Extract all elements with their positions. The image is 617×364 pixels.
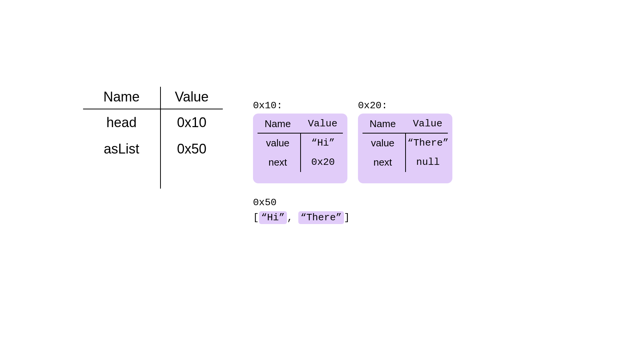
array-address: 0x50 bbox=[253, 197, 350, 208]
heap-field-name: next bbox=[360, 153, 405, 172]
stack-row-name: asList bbox=[83, 136, 160, 162]
array-object: 0x50 [“Hi”,“There”] bbox=[253, 197, 350, 224]
heap-field-value: “Hi” bbox=[300, 134, 345, 153]
stack-row-spacer bbox=[83, 162, 223, 189]
stack-header-value: Value bbox=[160, 87, 223, 109]
array-open: [ bbox=[253, 212, 259, 223]
array-element: “There” bbox=[298, 211, 344, 224]
heap-header-value: Value bbox=[300, 117, 345, 133]
heap-row: next null bbox=[360, 153, 450, 172]
heap-field-value: “There” bbox=[405, 134, 450, 153]
heap-node-0x10: 0x10: Name Value value “Hi” next 0x20 bbox=[253, 100, 347, 183]
heap-header-value: Value bbox=[405, 117, 450, 133]
stack-row-value: 0x10 bbox=[160, 109, 223, 136]
heap-objects: 0x10: Name Value value “Hi” next 0x20 bbox=[253, 100, 452, 183]
array-element: “Hi” bbox=[259, 211, 287, 224]
heap-table: Name Value value “Hi” next 0x20 bbox=[255, 117, 345, 172]
heap-field-name: value bbox=[255, 134, 300, 153]
heap-header: Name Value bbox=[255, 117, 345, 133]
array-literal: [“Hi”,“There”] bbox=[253, 211, 350, 224]
heap-field-name: next bbox=[255, 153, 300, 172]
stack-header-name: Name bbox=[83, 87, 160, 109]
heap-row: value “There” bbox=[360, 134, 450, 153]
stack-table-header: Name Value bbox=[83, 87, 223, 109]
diagram-canvas: Name Value head 0x10 asList 0x50 0x10: N… bbox=[0, 0, 617, 364]
array-sep: , bbox=[287, 212, 293, 223]
stack-row: asList 0x50 bbox=[83, 136, 223, 162]
heap-field-value: 0x20 bbox=[300, 153, 345, 172]
heap-header-name: Name bbox=[255, 117, 300, 133]
heap-row: next 0x20 bbox=[255, 153, 345, 172]
heap-address: 0x10: bbox=[253, 100, 347, 111]
stack-row: head 0x10 bbox=[83, 109, 223, 136]
heap-table: Name Value value “There” next null bbox=[360, 117, 450, 172]
heap-field-name: value bbox=[360, 134, 405, 153]
stack-row-name: head bbox=[83, 109, 160, 136]
heap-box: Name Value value “There” next null bbox=[358, 114, 452, 183]
heap-header-name: Name bbox=[360, 117, 405, 133]
heap-box: Name Value value “Hi” next 0x20 bbox=[253, 114, 347, 183]
array-close: ] bbox=[344, 212, 350, 223]
stack-row-value: 0x50 bbox=[160, 136, 223, 162]
stack-table: Name Value head 0x10 asList 0x50 bbox=[83, 87, 223, 189]
heap-address: 0x20: bbox=[358, 100, 452, 111]
heap-row: value “Hi” bbox=[255, 134, 345, 153]
heap-header: Name Value bbox=[360, 117, 450, 133]
heap-field-value: null bbox=[405, 153, 450, 172]
heap-node-0x20: 0x20: Name Value value “There” next null bbox=[358, 100, 452, 183]
